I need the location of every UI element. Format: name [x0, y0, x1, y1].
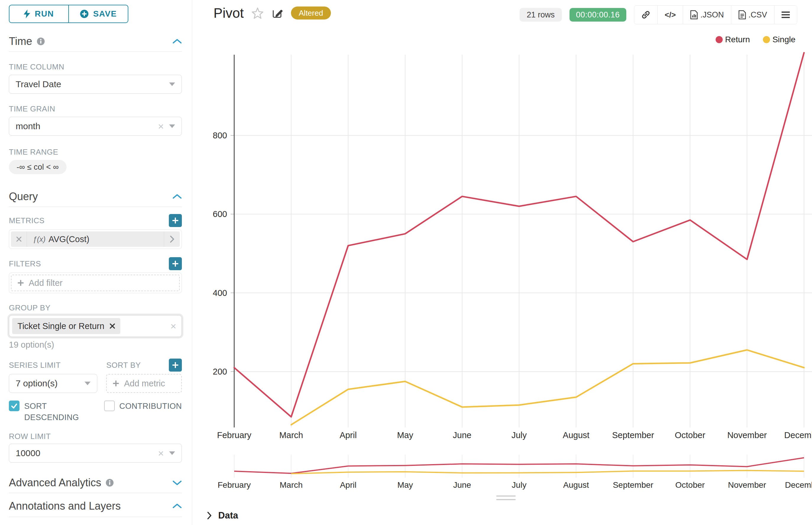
- query-section-header[interactable]: Query: [9, 190, 182, 203]
- add-sort-metric-button[interactable]: [169, 359, 182, 372]
- group-by-tag: Ticket Single or Return: [12, 318, 120, 334]
- y-axis-tick-label: 600: [213, 209, 227, 219]
- time-column-value: Travel Date: [16, 79, 61, 89]
- x-axis-label: July: [512, 431, 527, 440]
- time-grain-value: month: [16, 121, 40, 131]
- time-section-header[interactable]: Time: [9, 35, 182, 48]
- time-column-label: TIME COLUMN: [9, 62, 182, 71]
- run-button-label: RUN: [34, 9, 54, 19]
- chevron-up-icon[interactable]: [173, 503, 182, 509]
- chevron-up-icon[interactable]: [173, 39, 182, 44]
- x-axis-label: February: [217, 431, 252, 440]
- metrics-label: METRICS: [9, 216, 45, 225]
- x-axis-label: August: [563, 431, 589, 440]
- sort-by-placeholder: Add metric: [124, 379, 165, 388]
- info-icon: [106, 479, 114, 486]
- section-divider: [9, 51, 182, 52]
- save-button-label: SAVE: [93, 9, 117, 19]
- caret-down-icon: [169, 82, 175, 86]
- annotations-section-header[interactable]: Annotations and Layers: [9, 499, 182, 513]
- row-limit-select[interactable]: 10000 ×: [9, 444, 182, 463]
- plus-icon: [172, 361, 179, 369]
- row-limit-label: ROW LIMIT: [9, 432, 182, 441]
- advanced-analytics-section-header[interactable]: Advanced Analytics: [9, 476, 182, 489]
- minimap-x-label: February: [218, 480, 251, 490]
- remove-metric-icon[interactable]: [11, 231, 27, 247]
- advanced-analytics-title: Advanced Analytics: [9, 477, 101, 489]
- minimap-x-label: November: [728, 480, 766, 490]
- sort-by-label: SORT BY: [106, 361, 141, 370]
- line-chart[interactable]: 200400600800 FebruaryMarchAprilMayJuneJu…: [192, 0, 812, 525]
- minimap-x-label: June: [453, 480, 471, 490]
- clear-icon[interactable]: ×: [158, 121, 164, 131]
- minimap-x-label: July: [512, 480, 527, 490]
- annotations-title: Annotations and Layers: [9, 500, 121, 512]
- plus-icon: [17, 280, 24, 286]
- x-axis-labels: FebruaryMarchAprilMayJuneJulyAugustSepte…: [217, 431, 812, 440]
- time-column-select[interactable]: Travel Date: [9, 75, 182, 94]
- chart-panel: Pivot Altered 21 rows 00:00:00.16 </>: [192, 0, 812, 525]
- chevron-down-icon[interactable]: [173, 480, 182, 486]
- contribution-label: CONTRIBUTION: [119, 401, 182, 423]
- run-save-button-group: RUN SAVE: [9, 5, 128, 23]
- lightning-bolt-icon: [24, 10, 30, 18]
- group-by-select[interactable]: Ticket Single or Return ×: [9, 315, 182, 337]
- x-axis-label: September: [612, 431, 654, 440]
- add-filter-placeholder: Add filter: [29, 278, 62, 288]
- add-filter-dropzone[interactable]: Add filter: [11, 275, 180, 291]
- minimap-x-label: December: [785, 480, 812, 490]
- group-by-label: GROUP BY: [9, 303, 182, 312]
- data-section-toggle[interactable]: Data: [207, 510, 238, 521]
- clear-icon[interactable]: ×: [170, 321, 176, 331]
- time-section-title: Time: [9, 35, 32, 48]
- add-filter-button[interactable]: [169, 257, 182, 270]
- checkbox-checked-icon: [9, 401, 19, 411]
- panel-resize-handle[interactable]: [496, 495, 516, 502]
- group-by-hint: 19 option(s): [9, 340, 182, 350]
- sort-descending-checkbox[interactable]: SORT DESCENDING: [9, 401, 104, 423]
- chevron-right-icon[interactable]: [164, 231, 180, 247]
- minimap-x-label: September: [613, 480, 653, 490]
- sort-by-dropzone[interactable]: Add metric: [106, 374, 182, 393]
- y-axis-tick-label: 200: [213, 367, 227, 376]
- section-divider: [9, 517, 182, 517]
- series-limit-select[interactable]: 7 option(s): [9, 374, 97, 393]
- x-axis-label: November: [727, 431, 767, 440]
- filters-field: Add filter: [9, 272, 182, 293]
- function-icon: ƒ(x): [33, 235, 46, 244]
- minimap-brush[interactable]: [234, 455, 812, 478]
- plus-circle-icon: [80, 10, 89, 18]
- caret-down-icon: [169, 124, 175, 128]
- x-axis-label: December: [784, 431, 812, 440]
- row-limit-value: 10000: [16, 448, 40, 458]
- y-axis-tick-label: 800: [213, 131, 227, 140]
- caret-down-icon: [85, 381, 90, 385]
- series-limit-value: 7 option(s): [16, 378, 58, 388]
- time-range-pill[interactable]: -∞ ≤ col < ∞: [9, 160, 67, 174]
- contribution-checkbox[interactable]: CONTRIBUTION: [104, 401, 182, 423]
- chevron-up-icon[interactable]: [173, 194, 182, 199]
- minimap-x-label: March: [280, 480, 303, 490]
- section-divider: [9, 493, 182, 493]
- plus-icon: [172, 260, 179, 267]
- time-grain-select[interactable]: month ×: [9, 117, 182, 136]
- filters-label: FILTERS: [9, 259, 41, 268]
- series-line-single: [291, 350, 804, 425]
- time-range-label: TIME RANGE: [9, 148, 182, 156]
- chevron-right-icon: [207, 511, 212, 520]
- remove-tag-icon[interactable]: [110, 324, 115, 329]
- clear-icon[interactable]: ×: [158, 448, 164, 458]
- x-axis-label: March: [279, 431, 303, 440]
- save-button[interactable]: SAVE: [68, 5, 128, 22]
- add-metric-button[interactable]: [169, 214, 182, 227]
- run-button[interactable]: RUN: [10, 5, 68, 22]
- x-axis-label: June: [453, 431, 471, 440]
- series-limit-label: SERIES LIMIT: [9, 361, 61, 370]
- minimap-x-label: May: [397, 480, 413, 490]
- info-icon: [37, 38, 45, 45]
- minimap[interactable]: FebruaryMarchAprilMayJuneJulyAugustSepte…: [218, 455, 812, 490]
- control-panel: RUN SAVE Time TIME COLUMN Travel Date TI…: [0, 0, 192, 525]
- metric-pill[interactable]: ƒ(x) AVG(Cost): [11, 231, 180, 247]
- time-grain-label: TIME GRAIN: [9, 104, 182, 113]
- caret-down-icon: [169, 451, 175, 455]
